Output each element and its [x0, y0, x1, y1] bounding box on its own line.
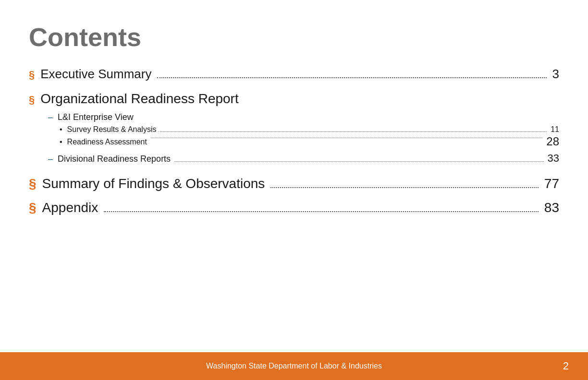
toc-item-summary-findings: § Summary of Findings & Observations 77	[29, 176, 559, 191]
dash-lai-enterprise: –	[48, 112, 53, 122]
dots-appendix	[104, 211, 539, 212]
dots-executive-summary	[157, 77, 546, 78]
bullet-org-readiness: §	[29, 94, 35, 106]
lai-enterprise-subitems: • Survey Results & Analysis 11 • Readine…	[48, 125, 559, 148]
toc-item-org-readiness: § Organizational Readiness Report – L&I …	[29, 91, 559, 174]
toc-item-divisional: – Divisional Readiness Reports 33	[48, 152, 559, 165]
dots-readiness-assessment	[151, 138, 542, 138]
toc-item-lai-enterprise: – L&I Enterprise View	[48, 112, 559, 122]
toc-item-readiness-assessment: • Readiness Assessment 28	[60, 138, 559, 148]
org-readiness-header: § Organizational Readiness Report	[29, 91, 559, 107]
dash-divisional: –	[48, 154, 53, 164]
label-appendix: Appendix	[42, 200, 98, 215]
toc-section: § Executive Summary 3 § Organizational R…	[29, 67, 559, 224]
page-executive-summary: 3	[552, 67, 559, 82]
label-lai-enterprise: L&I Enterprise View	[58, 112, 134, 122]
bullet-summary-findings: §	[29, 176, 37, 191]
page-summary-findings: 77	[544, 176, 559, 191]
page-survey-results: 11	[551, 125, 559, 134]
bullet-executive-summary: §	[29, 69, 35, 81]
page-title: Contents	[29, 23, 559, 51]
dots-survey-results	[160, 131, 547, 132]
footer-page-number: 2	[563, 360, 569, 372]
label-readiness-assessment: Readiness Assessment	[67, 138, 147, 146]
label-summary-findings: Summary of Findings & Observations	[42, 176, 265, 191]
org-readiness-subitems: – L&I Enterprise View • Survey Results &…	[29, 112, 559, 165]
dots-divisional	[174, 161, 543, 162]
label-divisional: Divisional Readiness Reports	[58, 154, 171, 164]
toc-item-appendix: § Appendix 83	[29, 200, 559, 215]
toc-item-survey-results: • Survey Results & Analysis 11	[60, 125, 559, 134]
bullet-appendix: §	[29, 200, 37, 215]
label-survey-results: Survey Results & Analysis	[67, 125, 157, 134]
main-content: Contents § Executive Summary 3 § Organiz…	[0, 0, 588, 352]
page-appendix: 83	[544, 200, 559, 215]
label-executive-summary: Executive Summary	[40, 67, 151, 82]
dot-survey-results: •	[60, 125, 62, 134]
dots-summary-findings	[270, 187, 539, 188]
page-readiness-assessment: 28	[546, 135, 559, 148]
footer: Washington State Department of Labor & I…	[0, 352, 588, 380]
page-divisional: 33	[548, 152, 559, 165]
readiness-row: Readiness Assessment 28	[67, 138, 559, 148]
footer-text: Washington State Department of Labor & I…	[206, 362, 382, 370]
toc-item-executive-summary: § Executive Summary 3	[29, 67, 559, 82]
label-org-readiness: Organizational Readiness Report	[40, 91, 238, 107]
dot-readiness-assessment: •	[60, 138, 62, 146]
